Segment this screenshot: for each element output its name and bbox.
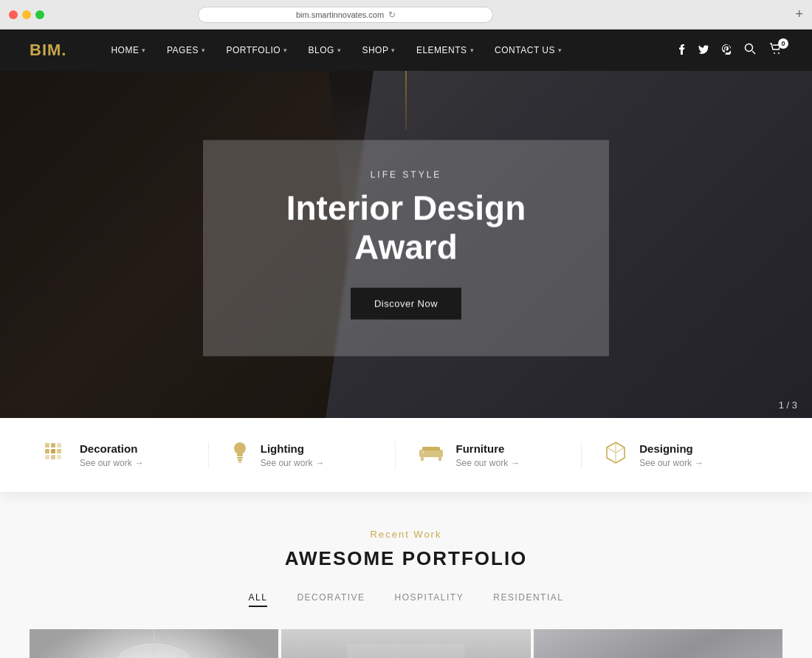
portfolio-grid — [30, 629, 782, 658]
svg-rect-14 — [238, 459, 242, 461]
nav-shop[interactable]: SHOP ▾ — [362, 45, 396, 55]
chevron-down-icon: ▾ — [283, 47, 288, 54]
nav-portfolio[interactable]: PORTFOLIO ▾ — [226, 45, 287, 55]
service-lighting-link[interactable]: See our work → — [261, 458, 325, 468]
service-furniture: Furniture See our work → — [396, 442, 582, 468]
arrow-right-icon: → — [511, 458, 520, 468]
arrow-right-icon: → — [315, 458, 324, 468]
svg-rect-11 — [51, 455, 55, 459]
nav-contact[interactable]: CONTACT US ▾ — [495, 45, 562, 55]
arrow-right-icon: → — [695, 458, 703, 468]
service-lighting: Lighting See our work → — [209, 441, 396, 470]
svg-rect-8 — [51, 449, 55, 453]
window-controls — [9, 10, 44, 19]
service-lighting-text: Lighting See our work → — [261, 442, 325, 468]
service-decoration: Decoration See our work → — [44, 442, 209, 468]
tab-decorative[interactable]: DECORATIVE — [297, 592, 365, 607]
nav-elements[interactable]: ELEMENTS ▾ — [416, 45, 474, 55]
svg-rect-26 — [347, 644, 465, 658]
svg-point-0 — [746, 44, 753, 52]
nav-pages[interactable]: PAGES ▾ — [167, 45, 205, 55]
svg-rect-17 — [422, 447, 440, 450]
tab-hospitality[interactable]: HOSPITALITY — [395, 592, 464, 607]
service-decoration-link[interactable]: See our work → — [80, 458, 144, 468]
chevron-down-icon: ▾ — [391, 47, 396, 54]
nav-links: HOME ▾ PAGES ▾ PORTFOLIO ▾ BLOG ▾ SHOP ▾… — [111, 45, 679, 55]
services-bar: Decoration See our work → Lighting — [0, 418, 812, 492]
furniture-icon — [418, 443, 444, 467]
svg-rect-10 — [45, 455, 49, 459]
svg-rect-21 — [30, 629, 278, 658]
new-tab-button[interactable]: + — [795, 7, 803, 22]
minimize-button[interactable] — [22, 10, 31, 19]
close-button[interactable] — [9, 10, 18, 19]
service-lighting-name: Lighting — [261, 442, 325, 455]
address-bar[interactable]: bim.smartinnovates.com ↻ — [198, 7, 493, 23]
decoration-icon — [44, 442, 68, 468]
nav-home[interactable]: HOME ▾ — [111, 45, 146, 55]
svg-rect-5 — [51, 443, 55, 448]
section-title: AWESOME PORTFOLIO — [30, 547, 782, 570]
svg-rect-13 — [237, 457, 243, 459]
hero-content: LIFE STYLE Interior Design Award Discove… — [203, 140, 609, 357]
svg-rect-12 — [57, 455, 61, 459]
service-decoration-text: Decoration See our work → — [80, 442, 144, 468]
svg-point-3 — [778, 52, 780, 54]
discover-now-button[interactable]: Discover Now — [351, 287, 461, 319]
portfolio-section: Recent Work AWESOME PORTFOLIO ALL DECORA… — [0, 492, 812, 658]
svg-point-20 — [422, 450, 424, 453]
nav-right: 0 — [679, 43, 782, 58]
hero-title: Interior Design Award — [247, 189, 565, 267]
service-designing-text: Designing See our work → — [639, 442, 703, 468]
lamp-cord — [405, 71, 407, 130]
hero-section: LIFE STYLE Interior Design Award Discove… — [0, 71, 812, 425]
logo-text: BIM — [30, 41, 61, 59]
section-eyebrow: Recent Work — [30, 529, 782, 540]
chevron-down-icon: ▾ — [202, 47, 206, 54]
search-icon[interactable] — [744, 43, 756, 58]
portfolio-tabs: ALL DECORATIVE HOSPITALITY RESIDENTIAL — [30, 592, 782, 607]
svg-rect-18 — [421, 457, 424, 461]
service-designing-name: Designing — [639, 442, 703, 455]
svg-rect-4 — [45, 443, 49, 448]
pinterest-icon[interactable] — [722, 44, 731, 57]
nav-blog[interactable]: BLOG ▾ — [309, 45, 342, 55]
portfolio-image-3[interactable] — [534, 629, 782, 658]
logo-dot: . — [61, 41, 66, 59]
svg-rect-28 — [534, 629, 782, 658]
svg-line-1 — [752, 51, 755, 54]
logo[interactable]: BIM. — [30, 41, 66, 60]
cart-button[interactable]: 0 — [769, 43, 782, 58]
twitter-icon[interactable] — [698, 45, 709, 56]
chevron-down-icon: ▾ — [337, 47, 342, 54]
refresh-icon[interactable]: ↻ — [388, 10, 396, 20]
chevron-down-icon: ▾ — [558, 47, 562, 54]
svg-rect-7 — [45, 449, 49, 453]
svg-rect-6 — [57, 443, 61, 448]
arrow-right-icon: → — [135, 458, 144, 468]
navbar: BIM. HOME ▾ PAGES ▾ PORTFOLIO ▾ BLOG ▾ S… — [0, 30, 812, 71]
svg-rect-9 — [57, 449, 61, 453]
tab-residential[interactable]: RESIDENTIAL — [493, 592, 563, 607]
svg-point-2 — [774, 52, 775, 54]
maximize-button[interactable] — [35, 10, 44, 19]
chevron-down-icon: ▾ — [470, 47, 475, 54]
website: BIM. HOME ▾ PAGES ▾ PORTFOLIO ▾ BLOG ▾ S… — [0, 30, 812, 658]
service-decoration-name: Decoration — [80, 442, 144, 455]
designing-icon — [604, 441, 627, 470]
tab-all[interactable]: ALL — [249, 592, 268, 607]
service-furniture-link[interactable]: See our work → — [456, 458, 520, 468]
hero-eyebrow: LIFE STYLE — [247, 170, 565, 180]
svg-rect-15 — [238, 462, 241, 463]
service-designing-link[interactable]: See our work → — [639, 458, 703, 468]
service-designing: Designing See our work → — [582, 441, 768, 470]
browser-chrome: bim.smartinnovates.com ↻ + — [0, 0, 812, 30]
portfolio-image-1[interactable] — [30, 629, 278, 658]
portfolio-image-2[interactable] — [281, 629, 530, 658]
url-text: bim.smartinnovates.com — [296, 10, 384, 19]
service-furniture-name: Furniture — [456, 442, 520, 455]
cart-count: 0 — [778, 38, 788, 49]
service-furniture-text: Furniture See our work → — [456, 442, 520, 468]
svg-point-22 — [114, 644, 193, 658]
facebook-icon[interactable] — [679, 44, 685, 57]
